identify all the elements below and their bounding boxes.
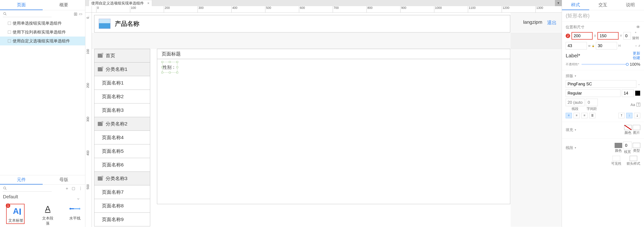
flip-h-icon[interactable]: ⇿: [635, 44, 637, 47]
tab-outline[interactable]: 概要: [43, 0, 85, 10]
search-icon: [3, 186, 7, 190]
font-family-select[interactable]: [566, 80, 636, 88]
tab-interact[interactable]: 交互: [589, 0, 616, 10]
pos-x-input[interactable]: [572, 32, 593, 40]
user-label: langzipm: [523, 20, 542, 26]
nav-category[interactable]: 首页: [94, 49, 150, 62]
fill-color-swatch[interactable]: [624, 125, 632, 130]
stroke-color-swatch[interactable]: [615, 143, 622, 148]
letter-spacing-input[interactable]: [586, 99, 598, 106]
ruler-horizontal: 0100200300400500600700800900100011001200…: [92, 6, 562, 13]
shape-name-input[interactable]: (矩形名称): [562, 10, 644, 21]
page-icon: [8, 40, 11, 42]
page-icon: [8, 22, 11, 25]
nav-page[interactable]: 页面名称2: [94, 90, 150, 104]
add-page-icon[interactable]: ⊞: [74, 12, 78, 17]
nav-category[interactable]: 分类名称3: [94, 172, 150, 185]
tab-style[interactable]: 样式: [562, 0, 589, 10]
page-icon: [8, 30, 11, 34]
align-center[interactable]: ≡: [574, 113, 580, 118]
align-left[interactable]: ≡: [566, 113, 572, 118]
valign-bottom[interactable]: ⤓: [634, 113, 640, 118]
add-widget-icon[interactable]: +: [66, 186, 68, 191]
search-icon: [3, 12, 7, 16]
widget-search-input[interactable]: [3, 185, 52, 192]
tab-pages[interactable]: 页面: [0, 0, 43, 10]
font-weight-select[interactable]: [566, 90, 620, 97]
svg-line-1: [6, 14, 6, 15]
text-case-icon[interactable]: Aa: [630, 102, 635, 107]
selected-element[interactable]: 性别：: [162, 62, 177, 72]
text-options-icon[interactable]: 🅃: [636, 102, 640, 107]
page-title: 页面标题: [157, 49, 510, 59]
valign-top[interactable]: ⤒: [618, 113, 624, 118]
svg-point-2: [4, 187, 6, 189]
add-folder-icon[interactable]: ▭: [79, 12, 82, 16]
lock-icon[interactable]: 🔒: [592, 44, 594, 47]
tab-masters[interactable]: 母版: [43, 175, 85, 184]
ruler-vertical: 0100200300400500: [85, 13, 92, 227]
svg-line-3: [6, 189, 6, 190]
tab-notes[interactable]: 说明: [617, 0, 644, 10]
nav-page[interactable]: 页面名称8: [94, 199, 150, 213]
arrow-style-box[interactable]: [630, 156, 637, 161]
page-tree-item[interactable]: 使用自定义选项组实现单选组件: [0, 36, 85, 46]
chevron-down-icon: ⌄: [76, 195, 80, 201]
line-height-input[interactable]: [566, 99, 584, 106]
nav-page[interactable]: 页面名称5: [94, 144, 150, 158]
stroke-type-swatch[interactable]: [633, 143, 640, 148]
product-title: 产品名称: [115, 20, 140, 28]
folder-icon: [98, 176, 102, 180]
visibility-icon[interactable]: 👁: [636, 25, 640, 30]
tab-widgets[interactable]: 元件: [0, 175, 43, 184]
more-icon[interactable]: ⋮: [79, 186, 82, 191]
folder-icon: [98, 122, 102, 126]
close-icon[interactable]: ×: [147, 1, 150, 6]
page-search-input[interactable]: [3, 11, 52, 17]
align-right[interactable]: ≡: [581, 113, 588, 118]
nav-page[interactable]: 页面名称6: [94, 158, 150, 172]
page-content[interactable]: 页面标题 性别：: [157, 49, 510, 204]
align-justify[interactable]: ≣: [589, 113, 595, 118]
annotation-badge-1: 1: [6, 204, 10, 208]
page-tree-item[interactable]: 使用单选按钮实现单选组件: [0, 19, 85, 28]
nav-page[interactable]: 页面名称4: [94, 131, 150, 144]
document-tab[interactable]: 使用自定义选项组实现单选组件 ×: [89, 0, 152, 6]
font-color-swatch[interactable]: [635, 91, 640, 96]
svg-point-0: [4, 12, 6, 15]
library-select[interactable]: Default ⌄: [3, 193, 82, 200]
exit-link[interactable]: 退出: [547, 20, 557, 26]
flip-v-icon[interactable]: ⇵: [638, 44, 640, 47]
product-header[interactable]: 产品名称: [94, 15, 510, 32]
nav-page[interactable]: 页面名称1: [94, 76, 150, 90]
nav-category[interactable]: 分类名称2: [94, 117, 150, 131]
widget-paragraph[interactable]: A 文本段落: [41, 202, 54, 226]
nav-page[interactable]: 页面名称9: [94, 213, 150, 226]
rotate-input[interactable]: [623, 32, 631, 40]
fill-image-swatch[interactable]: [633, 125, 640, 130]
product-thumb-icon: [99, 19, 110, 29]
tab-menu-icon[interactable]: ▼: [555, 0, 562, 6]
stroke-width-input[interactable]: [623, 142, 632, 149]
nav-page[interactable]: 页面名称3: [94, 104, 150, 117]
pos-y-input[interactable]: [598, 32, 618, 40]
widget-text-label[interactable]: A 文本标签: [7, 205, 25, 223]
folder-icon: [98, 67, 102, 71]
folder-icon: [98, 54, 102, 58]
canvas-stage[interactable]: 产品名称 langzipm 退出 首页分类名称1页面名称1页面名称2页面名称3分…: [92, 13, 562, 227]
update-style-link[interactable]: 更新 创建: [633, 51, 640, 60]
page-tree-item[interactable]: 使用下拉列表框实现单选组件: [0, 28, 85, 36]
view-mode-icon[interactable]: ▢: [72, 186, 75, 191]
element-style-name: Label*: [566, 53, 580, 58]
width-input[interactable]: [566, 42, 587, 50]
opacity-slider[interactable]: [582, 64, 628, 65]
annotation-badge-2: 2: [566, 34, 570, 38]
nav-category[interactable]: 分类名称1: [94, 62, 150, 76]
valign-middle[interactable]: ↕: [626, 113, 632, 118]
height-input[interactable]: [596, 42, 617, 50]
widget-hr[interactable]: 水平线: [68, 202, 82, 221]
font-size-input[interactable]: [622, 90, 634, 97]
visibility-box[interactable]: [612, 156, 620, 161]
nav-page[interactable]: 页面名称7: [94, 185, 150, 199]
ruler-origin: [85, 6, 92, 13]
